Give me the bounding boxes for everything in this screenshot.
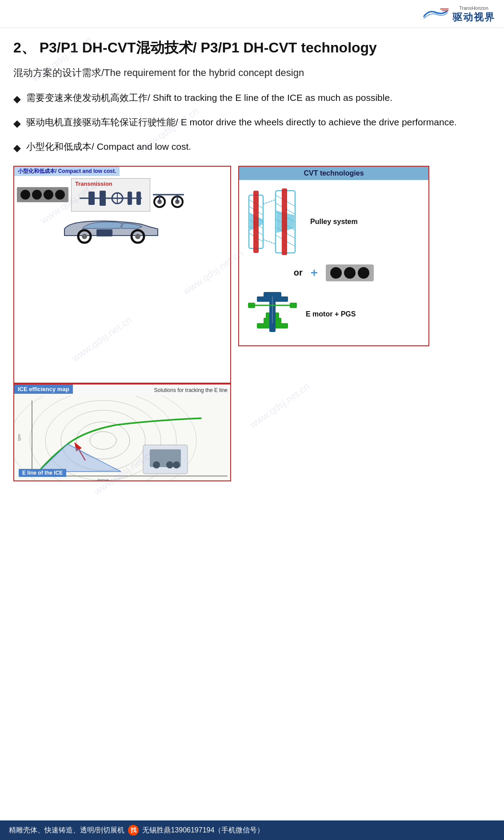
svg-line-59 <box>263 200 276 204</box>
svg-rect-68 <box>248 303 255 308</box>
title-number: 2、 <box>13 40 36 56</box>
pulley-svg <box>244 186 301 257</box>
black-dots-group <box>326 264 374 281</box>
logo-area: TransHorizon 驱动视界 <box>422 5 495 24</box>
circle-3 <box>44 190 53 200</box>
circle-2 <box>32 190 42 200</box>
svg-point-38 <box>173 461 180 468</box>
dot-1 <box>330 267 342 279</box>
bullet-list: ◆ 需要变速来使发动机高效工作/ Shift to tracking the E… <box>13 91 491 155</box>
emotor-pgs-label: E motor + PGS <box>306 310 356 318</box>
logo-en: TransHorizon <box>452 5 495 11</box>
svg-rect-3 <box>88 192 95 205</box>
transmission-box: Transmission <box>71 178 150 212</box>
pulley-label: Pulley system <box>310 218 358 226</box>
footer-bar: 精雕壳体、快速铸造、透明/剖切展机 找 无锡胜鼎13906197194（手机微信… <box>0 820 504 840</box>
bullet-item-3: ◆ 小型化和低成本/ Compact and low cost. <box>13 140 491 155</box>
left-diagram-column: 小型化和低成本/ Compact and low cost. Transmiss… <box>13 166 231 481</box>
transmission-row: Transmission <box>14 176 230 213</box>
emotor-pgs-row: E motor + PGS <box>244 288 424 341</box>
pulley-row: Pulley system <box>244 186 424 257</box>
svg-point-37 <box>166 461 173 468</box>
main-content: 2、 P3/P1 DH-CVT混动技术/ P3/P1 DH-CVT techno… <box>0 28 504 490</box>
svg-rect-9 <box>136 192 141 205</box>
transmission-diagram-box: 小型化和低成本/ Compact and low cost. Transmiss… <box>13 166 231 384</box>
or-text: or <box>294 268 303 278</box>
dot-3 <box>358 267 369 279</box>
title-main: P3/P1 DH-CVT混动技术/ P3/P1 DH-CVT technolog… <box>40 40 377 56</box>
e-line-label: E line of the ICE <box>19 469 66 477</box>
page-header: TransHorizon 驱动视界 <box>0 0 504 28</box>
car-body-svg <box>56 213 189 244</box>
svg-text:torque: torque <box>97 478 109 481</box>
diagram-area: 小型化和低成本/ Compact and low cost. Transmiss… <box>13 166 491 481</box>
ice-map-content: rpm torque E line of the ICE <box>14 396 230 480</box>
page-title: 2、 P3/P1 DH-CVT混动技术/ P3/P1 DH-CVT techno… <box>13 39 491 57</box>
bullet-diamond-1: ◆ <box>13 92 21 106</box>
plus-icon: + <box>311 266 318 280</box>
solutions-label: Solutions for tracking the E line <box>154 387 228 393</box>
svg-rect-21 <box>96 229 112 236</box>
ice-map-title: ICE efficiency map <box>14 384 73 394</box>
svg-point-20 <box>135 234 140 239</box>
bullet-1-text: 需要变速来使发动机高效工作/ Shift to tracking the E l… <box>26 91 392 105</box>
transmission-schematic <box>75 187 146 209</box>
footer-text-right: 无锡胜鼎13906197194（手机微信号） <box>142 826 264 835</box>
pgs-svg <box>244 288 301 341</box>
compact-label: 小型化和低成本/ Compact and low cost. <box>14 167 120 176</box>
transmission-label: Transmission <box>75 180 112 187</box>
svg-rect-49 <box>253 191 259 253</box>
svg-rect-8 <box>128 192 132 205</box>
svg-text:rpm: rpm <box>17 434 21 441</box>
or-row: or + <box>244 264 424 281</box>
circle-4 <box>55 190 65 200</box>
bullet-item-2: ◆ 驱动电机直接驱动车轮保证行驶性能/ E motor drive the wh… <box>13 115 491 131</box>
cvt-content: Pulley system or + <box>239 180 428 345</box>
ice-map-box: ICE efficiency map Solutions for trackin… <box>13 384 231 481</box>
cvt-title-bar: CVT technologies <box>239 167 428 180</box>
svg-point-36 <box>153 461 160 468</box>
svg-point-18 <box>82 234 87 239</box>
bullet-2-text: 驱动电机直接驱动车轮保证行驶性能/ E motor drive the whee… <box>26 115 457 129</box>
svg-line-60 <box>263 240 276 244</box>
logo-text-block: TransHorizon 驱动视界 <box>452 5 495 24</box>
bullet-3-text: 小型化和低成本/ Compact and low cost. <box>26 140 191 154</box>
svg-rect-4 <box>100 191 106 206</box>
footer-text-left: 精雕壳体、快速铸造、透明/剖切展机 <box>9 826 124 835</box>
bullet-item-1: ◆ 需要变速来使发动机高效工作/ Shift to tracking the E… <box>13 91 491 106</box>
svg-rect-58 <box>282 188 287 255</box>
circle-1 <box>20 190 30 200</box>
car-body-area <box>14 213 230 247</box>
logo-cn: 驱动视界 <box>452 12 495 23</box>
circles-box <box>17 187 68 202</box>
bullet-diamond-2: ◆ <box>13 116 21 131</box>
svg-rect-69 <box>290 303 297 308</box>
footer-highlight: 找 <box>128 825 139 836</box>
cvt-diagram-box: CVT technologies <box>238 166 429 346</box>
bullet-diamond-3: ◆ <box>13 140 21 155</box>
dot-2 <box>344 267 356 279</box>
subtitle-text: 混动方案的设计需求/The requirement for the hybrid… <box>13 65 491 80</box>
transhorizon-logo-icon <box>422 6 449 23</box>
car-wheel-schematic <box>153 181 188 208</box>
